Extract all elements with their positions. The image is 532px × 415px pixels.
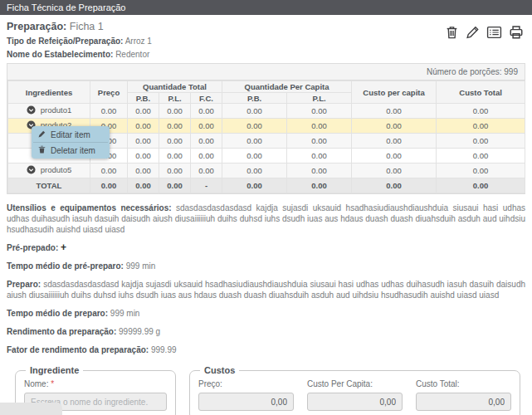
col-preco: Preço (90, 81, 128, 104)
custo-total-label: Custo Total: (416, 379, 511, 388)
context-menu-delete-item[interactable]: Deletar item (32, 143, 110, 158)
colgroup-quantidade-total: Quantidade Total (128, 81, 222, 93)
required-asterisk: * (51, 379, 54, 388)
custo-per-capita-label: Custo Per Capita: (307, 379, 403, 388)
col-qpc-pl: P.L. (287, 93, 352, 104)
rendimento-label: Rendimento da preparação: (7, 327, 116, 336)
tipo-label: Tipo de Refeição/Preparação: (7, 37, 123, 46)
print-icon[interactable] (509, 25, 524, 40)
ingrediente-legend: Ingrediente (26, 365, 83, 375)
context-menu-edit-item[interactable]: Editar item (32, 127, 110, 142)
custos-legend: Custos (200, 365, 239, 375)
col-qt-pl: P.L. (159, 93, 191, 104)
plus-icon[interactable]: + (61, 242, 66, 253)
col-qpc-pb: P.B. (222, 93, 287, 104)
estabelecimento-value: Redentor (115, 50, 149, 59)
toolbar (445, 25, 524, 40)
total-row: TOTAL 0.00 0.00 0.00 - 0.00 0.00 0.00 0.… (8, 178, 525, 193)
pencil-icon (38, 130, 46, 139)
table-row[interactable]: produto5 0.00 0.00 0.00 0.00 0.00 0.00 0… (8, 164, 525, 178)
col-qt-pb: P.B. (128, 93, 159, 104)
context-menu-edit-label: Editar item (51, 130, 90, 139)
preparo-text: sdasdasdasdasdasd kajdja sujasdi uksauid… (7, 280, 525, 300)
portions-caption: Número de porções: 999 (7, 64, 525, 81)
preparation-details: Utensílios e equipamentos necessários: s… (0, 194, 532, 355)
tempo-preparo-value: 999 min (110, 309, 140, 318)
page-title: Ficha Técnica de Preparação (0, 0, 532, 15)
preparacao-label: Preparação: (7, 21, 66, 32)
ingredient-name: produto1 (41, 105, 72, 115)
custo-per-capita-input[interactable] (307, 393, 403, 411)
form-row-1: Ingrediente Nome: * Custos Preço: Custo … (15, 365, 520, 415)
col-custo-per-capita: Custo per capita (352, 81, 437, 104)
col-custo-total: Custo Total (437, 81, 525, 104)
preparation-header: Preparação: Ficha 1 Tipo de Refeição/Pre… (0, 15, 532, 59)
estabelecimento-label: Nome do Estabelecimento: (7, 50, 113, 59)
fator-rendimento-line: Fator de rendimento da preparação: 999.9… (7, 344, 525, 355)
context-menu-delete-label: Deletar item (51, 146, 95, 155)
tempo-pre-preparo-line: Tempo médio de pré-preparo: 999 min (7, 261, 525, 271)
table-row[interactable]: produto1 0.00 0.00 0.00 0.00 0.00 0.00 0… (8, 104, 525, 119)
utensilios-paragraph: Utensílios e equipamentos necessários: s… (7, 203, 525, 235)
estabelecimento-line: Nome do Estabelecimento: Redentor (7, 50, 525, 59)
status-box (0, 403, 62, 415)
row-context-menu: Editar item Deletar item (32, 126, 110, 159)
tempo-pre-preparo-label: Tempo médio de pré-preparo: (7, 261, 124, 271)
pencil-icon[interactable] (466, 25, 480, 40)
tempo-pre-preparo-value: 999 min (126, 261, 156, 271)
trash-icon (38, 145, 46, 155)
fator-rendimento-label: Fator de rendimento da preparação: (7, 345, 149, 354)
list-icon[interactable] (486, 25, 502, 40)
utensilios-label: Utensílios e equipamentos necessários: (7, 203, 172, 212)
preco-input[interactable] (198, 393, 294, 411)
preparo-paragraph: Preparo: sdasdasdasdasdasd kajdja sujasd… (7, 279, 525, 300)
nome-label: Nome: * (24, 379, 167, 388)
preparo-label: Preparo: (7, 280, 41, 289)
rendimento-value: 99999.99 g (119, 327, 160, 336)
tempo-preparo-line: Tempo médio de preparo: 999 min (7, 308, 525, 319)
chevron-circle-down-icon[interactable] (27, 165, 36, 174)
preparacao-value: Ficha 1 (70, 21, 104, 32)
col-qt-fc: F.C. (191, 93, 222, 104)
trash-icon[interactable] (445, 25, 459, 40)
colgroup-quantidade-per-capita: Quantidade Per Capita (222, 81, 352, 93)
fator-rendimento-value: 999.99 (151, 345, 177, 354)
chevron-circle-down-icon[interactable] (27, 105, 36, 115)
pre-prepado-label: Pré-prepado: (7, 243, 58, 252)
pre-prepado-line: Pré-prepado: + (7, 242, 525, 253)
custos-fieldset: Custos Preço: Custo Per Capita: Custo To… (189, 365, 520, 415)
col-ingredientes: Ingredientes (8, 81, 90, 104)
preco-label: Preço: (198, 379, 294, 388)
tempo-preparo-label: Tempo médio de preparo: (7, 309, 108, 318)
ingredient-name: produto5 (41, 165, 72, 174)
tipo-value: Arroz 1 (125, 37, 152, 46)
rendimento-line: Rendimento da preparação: 99999.99 g (7, 326, 525, 337)
custo-total-input[interactable] (416, 393, 511, 411)
